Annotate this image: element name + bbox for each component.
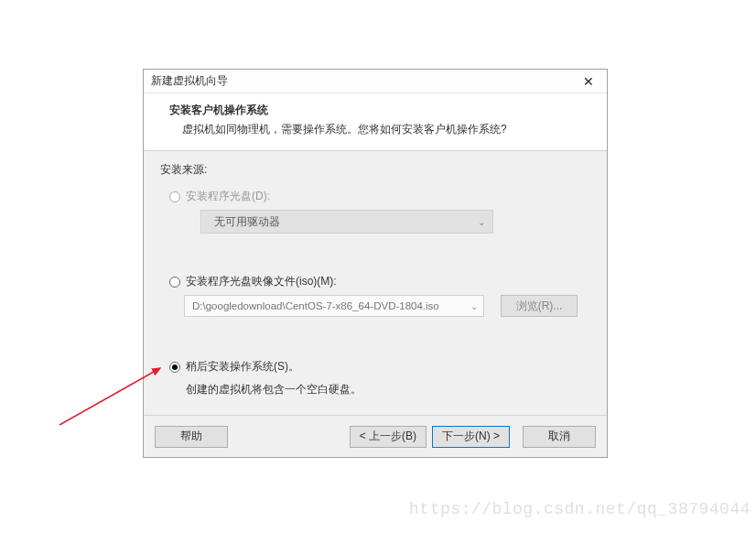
titlebar: 新建虚拟机向导 ✕ — [144, 70, 607, 93]
later-note: 创建的虚拟机将包含一个空白硬盘。 — [186, 382, 590, 397]
page-subtitle: 虚拟机如同物理机，需要操作系统。您将如何安装客户机操作系统? — [169, 122, 587, 137]
cancel-button[interactable]: 取消 — [523, 426, 596, 448]
page-title: 安装客户机操作系统 — [169, 103, 587, 118]
back-button[interactable]: < 上一步(B) — [350, 426, 427, 448]
help-button[interactable]: 帮助 — [155, 426, 228, 448]
chevron-down-icon: ⌄ — [470, 301, 478, 311]
content-area: 安装来源: 安装程序光盘(D): 无可用驱动器 ⌄ 安装程序光盘映像文件(iso… — [144, 151, 607, 415]
install-source-label: 安装来源: — [160, 162, 590, 178]
header-area: 安装客户机操作系统 虚拟机如同物理机，需要操作系统。您将如何安装客户机操作系统? — [144, 93, 607, 150]
browse-label: 浏览(R)... — [516, 299, 563, 314]
wizard-dialog: 新建虚拟机向导 ✕ 安装客户机操作系统 虚拟机如同物理机，需要操作系统。您将如何… — [143, 69, 608, 458]
next-label: 下一步(N) > — [442, 429, 500, 444]
radio-later[interactable] — [169, 362, 180, 373]
watermark: https://blog.csdn.net/qq_38794044 — [409, 500, 751, 518]
option-iso-label: 安装程序光盘映像文件(iso)(M): — [186, 274, 337, 289]
cancel-label: 取消 — [548, 429, 570, 444]
help-label: 帮助 — [180, 429, 202, 444]
close-icon: ✕ — [583, 74, 594, 89]
radio-iso[interactable] — [169, 277, 180, 288]
radio-disc — [169, 191, 180, 202]
button-bar: 帮助 < 上一步(B) 下一步(N) > 取消 — [144, 415, 607, 457]
disc-drive-value: 无可用驱动器 — [214, 214, 280, 230]
next-button[interactable]: 下一步(N) > — [432, 426, 510, 448]
close-button[interactable]: ✕ — [576, 72, 601, 91]
browse-button: 浏览(R)... — [501, 295, 578, 317]
option-iso-row[interactable]: 安装程序光盘映像文件(iso)(M): — [169, 274, 590, 289]
option-later-label: 稍后安装操作系统(S)。 — [186, 359, 299, 375]
window-title: 新建虚拟机向导 — [151, 73, 228, 89]
option-disc-row: 安装程序光盘(D): — [169, 189, 590, 204]
back-label: < 上一步(B) — [360, 429, 416, 444]
chevron-down-icon: ⌄ — [478, 217, 485, 227]
disc-drive-dropdown: 无可用驱动器 ⌄ — [200, 210, 493, 234]
option-later-row[interactable]: 稍后安装操作系统(S)。 — [169, 359, 590, 375]
option-disc-label: 安装程序光盘(D): — [186, 189, 270, 204]
iso-path-combo[interactable]: D:\googledownload\CentOS-7-x86_64-DVD-18… — [184, 295, 484, 317]
iso-row: D:\googledownload\CentOS-7-x86_64-DVD-18… — [184, 295, 590, 317]
iso-path-value: D:\googledownload\CentOS-7-x86_64-DVD-18… — [192, 300, 439, 311]
